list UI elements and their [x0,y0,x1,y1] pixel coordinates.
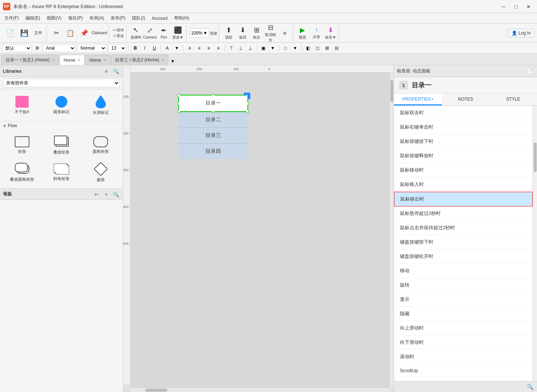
align-center-button[interactable]: ≡ [195,44,203,52]
component-diamond[interactable]: 菱形 [82,159,120,186]
inspector-doc-button[interactable]: 📄 [526,67,534,75]
event-19[interactable]: ScrollDown [394,377,533,381]
close-button[interactable]: ✕ [523,2,534,11]
font-color-dropdown[interactable]: ▼ [173,44,181,52]
event-10[interactable]: 键盘按键松开时 [394,249,533,264]
event-7[interactable]: 鼠标悬停超过2秒时 [394,206,533,221]
valign-bottom-button[interactable]: ⊥ [246,44,254,52]
events-scroll-thumb[interactable] [534,143,537,172]
font-select[interactable]: Arial [43,44,76,52]
shadow-button[interactable]: ◧ [304,44,312,52]
tab-1-close[interactable]: ✕ [78,58,80,62]
italic-button[interactable]: I [141,44,149,52]
events-scrollbar[interactable] [533,106,537,381]
tab-3[interactable]: 目录三 / 状态2 (Home) ✕ [111,55,168,65]
event-18[interactable]: ScrollUp [394,364,533,377]
share-button[interactable]: ↑ 共享 [310,26,323,40]
component-rect[interactable]: 矩形 [3,133,41,158]
fill-color-button[interactable]: ▣ [259,44,267,52]
format-settings-btn[interactable]: ⚙ [33,44,41,52]
more-button[interactable]: ⬛ 更多▼ [171,26,185,40]
pen-button[interactable]: ✒ Pen [157,26,171,40]
mother-back-button[interactable]: ↩ [93,190,101,198]
maximize-button[interactable]: □ [511,2,522,11]
preview-button[interactable]: ▶ 预览 [296,26,309,40]
event-11[interactable]: 移动 [394,264,533,278]
align-right-button[interactable]: ≡ [205,44,213,52]
save-button[interactable]: 💾 [18,26,31,40]
minimize-button[interactable]: ─ [498,2,509,11]
tab-2[interactable]: Home ✕ [85,55,110,65]
padding-button[interactable]: ⊟ [333,44,341,52]
component-round-rect[interactable]: 圆角矩形 [82,133,120,158]
style-select[interactable]: Normal [77,44,107,52]
border-button[interactable]: □ [282,44,290,52]
menu-help[interactable]: 帮助(H) [171,14,192,22]
underline-button[interactable]: U [150,44,158,52]
menu-publish[interactable]: 发布(P) [108,14,128,22]
component-circle-marker[interactable]: 圆形标记 [42,92,80,118]
library-select[interactable]: 所有部件库 [3,79,120,87]
event-3[interactable]: 鼠标按键释放时 [394,149,533,163]
event-12[interactable]: 旋转 [394,278,533,292]
tab-3-close[interactable]: ✕ [161,58,164,62]
component-bevel-rect[interactable]: 斜角矩形 [42,159,80,186]
top-layer-button[interactable]: ⬆ 顶层 [222,26,235,40]
cut-button[interactable]: ✂ [50,26,63,40]
hscroll-thumb[interactable] [145,389,167,392]
event-5[interactable]: 鼠标移入时 [394,177,533,192]
event-16[interactable]: 向下滑动时 [394,335,533,350]
select-button[interactable]: ↖ 选择时 [129,26,143,40]
more-format-button[interactable]: ⊞ [323,44,331,52]
right-search-button[interactable]: 🔍 [526,383,534,391]
event-1[interactable]: 鼠标右键单击时 [394,120,533,134]
canvas-vscroll[interactable] [389,73,394,388]
flow-section-header[interactable]: ∨ Flow [0,121,123,130]
event-6[interactable]: 鼠标移出时 [394,192,533,206]
libraries-search-button[interactable]: 🔍 [112,67,120,75]
tab-notes[interactable]: NOTES [442,94,490,105]
canvas-hscroll[interactable] [130,388,389,392]
publish-button[interactable]: ⬇ 发布▼ [324,26,337,40]
tab-2-close[interactable]: ✕ [103,58,106,62]
zoom-control[interactable]: 100% ▼ [189,28,210,38]
event-2[interactable]: 鼠标按键按下时 [394,134,533,149]
mother-search-button[interactable]: 🔍 [112,190,120,198]
event-15[interactable]: 向上滑动时 [394,321,533,335]
libraries-menu-button[interactable]: ≡ [102,67,110,75]
group-button[interactable]: ⊞ 组合 [250,26,263,40]
event-8[interactable]: 鼠标点击并保持超过2秒时 [394,221,533,235]
menu-layout[interactable]: 布局(A) [86,14,107,22]
event-4[interactable]: 鼠标移动时 [394,163,533,177]
preset-select[interactable]: 默认 [2,44,32,52]
copy-button[interactable]: 📋 [64,26,77,40]
widget-item-0[interactable]: 目录一 [179,96,247,111]
tab-style[interactable]: STYLE [489,94,537,105]
widget-selected[interactable]: 1 目录一 [178,95,248,112]
back-layer-button[interactable]: ⬇ 返回 [236,26,249,40]
fill-color-dropdown[interactable]: ▼ [269,44,277,52]
undo-button[interactable]: ↩ 撤销 [112,27,125,33]
connect-button[interactable]: ⤢ Connect [143,26,157,40]
menu-team[interactable]: 团队(I) [129,14,148,22]
redo-button[interactable]: ↪ 重做 [112,33,125,39]
mother-add-button[interactable]: + [102,190,110,198]
tab-0-close[interactable]: ✕ [52,58,55,62]
bold-button[interactable]: B [131,44,139,52]
size-select[interactable]: 13 [108,44,126,52]
border-dropdown[interactable]: ▼ [291,44,299,52]
event-17[interactable]: 滚动时 [394,350,533,364]
new-button[interactable]: 📄 [4,26,17,40]
tab-properties[interactable]: PROPERTIES ● [394,94,442,105]
component-sticky[interactable]: 不干贴4 [3,92,41,118]
menu-view[interactable]: 视图(V) [44,14,64,22]
ungroup-button[interactable]: ⊟ 取消组合 [264,26,277,40]
widget-item-2[interactable]: 目录三 [178,128,248,144]
font-color-button[interactable]: A [163,44,171,52]
tab-1[interactable]: Home ✕ [60,55,85,65]
event-14[interactable]: 隐藏 [394,307,533,321]
component-stack-round-rect[interactable]: 叠放圆角矩形 [3,159,41,186]
corner-button[interactable]: ◻ [314,44,322,52]
align-justify-button[interactable]: ≡ [214,44,222,52]
vscroll-thumb[interactable] [390,80,393,102]
